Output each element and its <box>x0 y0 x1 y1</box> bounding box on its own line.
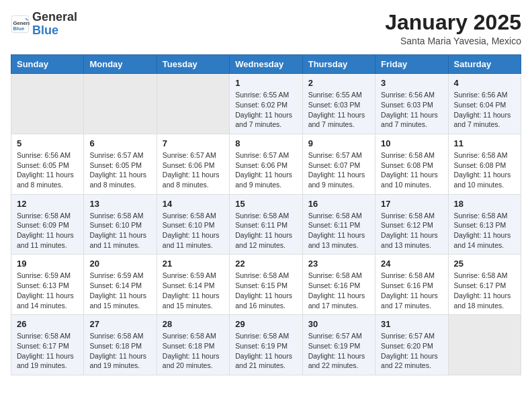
day-info: Sunrise: 6:55 AMSunset: 6:02 PMDaylight:… <box>235 90 296 130</box>
day-header-friday: Friday <box>375 55 448 74</box>
day-number: 22 <box>235 259 296 269</box>
calendar-cell: 22Sunrise: 6:58 AMSunset: 6:15 PMDayligh… <box>230 255 302 315</box>
calendar-cell: 20Sunrise: 6:59 AMSunset: 6:14 PMDayligh… <box>84 255 157 315</box>
day-info: Sunrise: 6:58 AMSunset: 6:15 PMDaylight:… <box>235 271 296 310</box>
day-number: 29 <box>235 319 296 329</box>
day-info: Sunrise: 6:58 AMSunset: 6:11 PMDaylight:… <box>308 211 369 250</box>
day-info: Sunrise: 6:58 AMSunset: 6:12 PMDaylight:… <box>381 211 442 250</box>
day-number: 27 <box>89 319 150 329</box>
day-number: 18 <box>454 199 515 209</box>
day-info: Sunrise: 6:56 AMSunset: 6:05 PMDaylight:… <box>17 150 78 190</box>
day-number: 23 <box>308 259 369 269</box>
page-header: General Blue General Blue January 2025 S… <box>11 11 521 46</box>
day-info: Sunrise: 6:55 AMSunset: 6:03 PMDaylight:… <box>308 90 369 130</box>
day-info: Sunrise: 6:59 AMSunset: 6:14 PMDaylight:… <box>89 271 150 310</box>
title-block: January 2025 Santa Maria Yavesia, Mexico <box>385 11 521 46</box>
day-number: 9 <box>308 138 369 148</box>
calendar-cell: 10Sunrise: 6:58 AMSunset: 6:08 PMDayligh… <box>375 134 448 194</box>
day-info: Sunrise: 6:58 AMSunset: 6:16 PMDaylight:… <box>381 271 442 310</box>
calendar-cell: 31Sunrise: 6:57 AMSunset: 6:20 PMDayligh… <box>375 315 448 375</box>
calendar-week-row: 19Sunrise: 6:59 AMSunset: 6:13 PMDayligh… <box>11 255 521 315</box>
logo-icon: General Blue <box>11 15 30 34</box>
day-number: 6 <box>89 138 150 148</box>
calendar-week-row: 1Sunrise: 6:55 AMSunset: 6:02 PMDaylight… <box>11 74 521 134</box>
calendar-cell: 4Sunrise: 6:56 AMSunset: 6:04 PMDaylight… <box>448 74 521 134</box>
calendar-cell: 9Sunrise: 6:57 AMSunset: 6:07 PMDaylight… <box>302 134 375 194</box>
calendar-cell <box>11 74 84 134</box>
calendar-cell: 6Sunrise: 6:57 AMSunset: 6:05 PMDaylight… <box>84 134 157 194</box>
logo-line1: General <box>32 11 77 24</box>
calendar-cell: 27Sunrise: 6:58 AMSunset: 6:18 PMDayligh… <box>84 315 157 375</box>
day-info: Sunrise: 6:58 AMSunset: 6:16 PMDaylight:… <box>308 271 369 310</box>
day-number: 2 <box>308 78 369 88</box>
day-number: 20 <box>89 259 150 269</box>
day-number: 1 <box>235 78 296 88</box>
day-info: Sunrise: 6:59 AMSunset: 6:14 PMDaylight:… <box>163 271 224 310</box>
calendar-cell: 29Sunrise: 6:58 AMSunset: 6:19 PMDayligh… <box>230 315 302 375</box>
day-info: Sunrise: 6:58 AMSunset: 6:19 PMDaylight:… <box>235 331 296 371</box>
day-number: 28 <box>163 319 224 329</box>
day-info: Sunrise: 6:58 AMSunset: 6:09 PMDaylight:… <box>17 211 78 250</box>
day-number: 7 <box>163 138 224 148</box>
day-info: Sunrise: 6:58 AMSunset: 6:08 PMDaylight:… <box>381 150 442 190</box>
calendar-cell: 12Sunrise: 6:58 AMSunset: 6:09 PMDayligh… <box>11 194 84 255</box>
calendar-cell: 28Sunrise: 6:58 AMSunset: 6:18 PMDayligh… <box>157 315 229 375</box>
logo-line2: Blue <box>32 24 77 38</box>
day-number: 8 <box>235 138 296 148</box>
day-number: 5 <box>17 138 78 148</box>
day-info: Sunrise: 6:58 AMSunset: 6:11 PMDaylight:… <box>235 211 296 250</box>
day-info: Sunrise: 6:57 AMSunset: 6:06 PMDaylight:… <box>163 150 224 190</box>
day-number: 14 <box>163 199 224 209</box>
calendar-cell: 23Sunrise: 6:58 AMSunset: 6:16 PMDayligh… <box>302 255 375 315</box>
day-number: 30 <box>308 319 369 329</box>
day-number: 16 <box>308 199 369 209</box>
calendar-week-row: 26Sunrise: 6:58 AMSunset: 6:17 PMDayligh… <box>11 315 521 375</box>
day-info: Sunrise: 6:57 AMSunset: 6:05 PMDaylight:… <box>89 150 150 190</box>
calendar-cell: 11Sunrise: 6:58 AMSunset: 6:08 PMDayligh… <box>448 134 521 194</box>
calendar-cell: 2Sunrise: 6:55 AMSunset: 6:03 PMDaylight… <box>302 74 375 134</box>
day-info: Sunrise: 6:58 AMSunset: 6:17 PMDaylight:… <box>454 271 515 310</box>
day-number: 31 <box>381 319 442 329</box>
day-header-wednesday: Wednesday <box>230 55 302 74</box>
calendar-cell: 16Sunrise: 6:58 AMSunset: 6:11 PMDayligh… <box>302 194 375 255</box>
calendar-cell: 7Sunrise: 6:57 AMSunset: 6:06 PMDaylight… <box>157 134 229 194</box>
calendar-cell: 17Sunrise: 6:58 AMSunset: 6:12 PMDayligh… <box>375 194 448 255</box>
calendar-cell: 24Sunrise: 6:58 AMSunset: 6:16 PMDayligh… <box>375 255 448 315</box>
month-title: January 2025 <box>385 11 521 34</box>
calendar-header-row: SundayMondayTuesdayWednesdayThursdayFrid… <box>11 55 521 74</box>
calendar-cell: 13Sunrise: 6:58 AMSunset: 6:10 PMDayligh… <box>84 194 157 255</box>
calendar-cell: 8Sunrise: 6:57 AMSunset: 6:06 PMDaylight… <box>230 134 302 194</box>
calendar-cell: 3Sunrise: 6:56 AMSunset: 6:03 PMDaylight… <box>375 74 448 134</box>
day-info: Sunrise: 6:58 AMSunset: 6:10 PMDaylight:… <box>89 211 150 250</box>
svg-text:Blue: Blue <box>13 26 25 32</box>
day-info: Sunrise: 6:58 AMSunset: 6:18 PMDaylight:… <box>163 331 224 371</box>
calendar-cell <box>84 74 157 134</box>
day-header-tuesday: Tuesday <box>157 55 229 74</box>
calendar-cell: 21Sunrise: 6:59 AMSunset: 6:14 PMDayligh… <box>157 255 229 315</box>
day-number: 3 <box>381 78 442 88</box>
calendar-cell: 1Sunrise: 6:55 AMSunset: 6:02 PMDaylight… <box>230 74 302 134</box>
calendar-cell: 30Sunrise: 6:57 AMSunset: 6:19 PMDayligh… <box>302 315 375 375</box>
day-info: Sunrise: 6:58 AMSunset: 6:17 PMDaylight:… <box>17 331 78 371</box>
day-number: 24 <box>381 259 442 269</box>
day-info: Sunrise: 6:58 AMSunset: 6:10 PMDaylight:… <box>163 211 224 250</box>
calendar-cell <box>157 74 229 134</box>
day-number: 15 <box>235 199 296 209</box>
day-number: 12 <box>17 199 78 209</box>
day-info: Sunrise: 6:57 AMSunset: 6:20 PMDaylight:… <box>381 331 442 371</box>
calendar-cell: 26Sunrise: 6:58 AMSunset: 6:17 PMDayligh… <box>11 315 84 375</box>
calendar-cell: 5Sunrise: 6:56 AMSunset: 6:05 PMDaylight… <box>11 134 84 194</box>
day-info: Sunrise: 6:59 AMSunset: 6:13 PMDaylight:… <box>17 271 78 310</box>
logo: General Blue General Blue <box>11 11 77 38</box>
day-number: 19 <box>17 259 78 269</box>
day-header-monday: Monday <box>84 55 157 74</box>
day-info: Sunrise: 6:58 AMSunset: 6:18 PMDaylight:… <box>89 331 150 371</box>
calendar-cell: 18Sunrise: 6:58 AMSunset: 6:13 PMDayligh… <box>448 194 521 255</box>
day-info: Sunrise: 6:58 AMSunset: 6:08 PMDaylight:… <box>454 150 515 190</box>
calendar-week-row: 12Sunrise: 6:58 AMSunset: 6:09 PMDayligh… <box>11 194 521 255</box>
day-number: 10 <box>381 138 442 148</box>
logo-text: General Blue <box>32 11 77 38</box>
calendar-cell: 25Sunrise: 6:58 AMSunset: 6:17 PMDayligh… <box>448 255 521 315</box>
day-info: Sunrise: 6:56 AMSunset: 6:04 PMDaylight:… <box>454 90 515 130</box>
day-number: 13 <box>89 199 150 209</box>
